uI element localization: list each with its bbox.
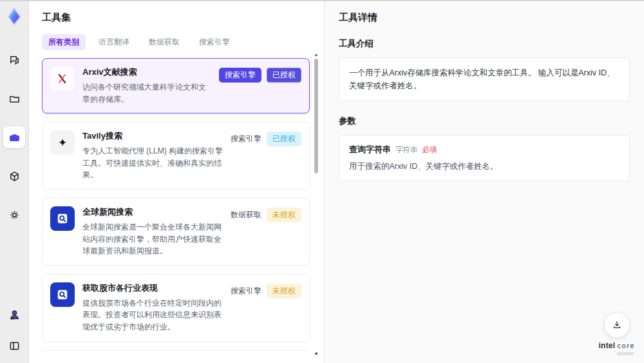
parameter-name: 查询字符串 bbox=[349, 144, 391, 155]
sidebar-item-tools[interactable] bbox=[3, 126, 25, 148]
sidebar-item-settings[interactable] bbox=[3, 204, 25, 226]
category-label: 搜索引擎 bbox=[231, 286, 261, 297]
tab-language-translation[interactable]: 语言翻译 bbox=[92, 34, 136, 50]
auth-status-badge: 已授权 bbox=[267, 68, 301, 83]
brand-core-text: core bbox=[618, 342, 635, 349]
auth-status-badge: 已授权 bbox=[267, 132, 301, 146]
gear-icon bbox=[8, 209, 21, 221]
tool-intro-box: 一个用于从Arxiv存储库搜索科学论文和文章的工具。 输入可以是Arxiv ID… bbox=[339, 57, 630, 101]
briefcase-icon bbox=[8, 132, 21, 144]
app-logo-icon[interactable] bbox=[4, 6, 24, 27]
corner-actions: intel core bbox=[599, 312, 635, 355]
user-avatar-button[interactable] bbox=[3, 304, 25, 326]
category-tabs: 所有类别 语言翻译 数据获取 搜索引擎 bbox=[42, 34, 324, 50]
parameter-type: 字符串 bbox=[395, 145, 418, 155]
tool-tags: 搜索引擎 已授权 bbox=[219, 66, 301, 83]
tab-all-categories[interactable]: 所有类别 bbox=[42, 34, 86, 50]
tool-title: Arxiv文献搜索 bbox=[82, 66, 211, 78]
user-icon bbox=[8, 309, 21, 321]
sidebar-nav bbox=[3, 49, 25, 226]
intro-section-label: 工具介绍 bbox=[339, 38, 630, 50]
collapse-sidebar-button[interactable] bbox=[3, 335, 25, 357]
sidebar-item-chat[interactable] bbox=[3, 49, 25, 71]
tab-search-engine[interactable]: 搜索引擎 bbox=[193, 34, 236, 50]
scrollbar-thumb[interactable] bbox=[314, 59, 318, 173]
brand-subline bbox=[617, 352, 634, 355]
icon-sidebar bbox=[0, 1, 29, 363]
page-title: 工具集 bbox=[42, 12, 324, 24]
tool-card-arxiv[interactable]: Arxiv文献搜索 访问各个研究领域大量科学论文和文章的存储库。 搜索引擎 已授… bbox=[42, 58, 310, 113]
auth-status-badge: 未授权 bbox=[267, 208, 301, 222]
brand-intel-text: intel bbox=[599, 341, 616, 350]
tool-list: Arxiv文献搜索 访问各个研究领域大量科学论文和文章的存储库。 搜索引擎 已授… bbox=[42, 58, 324, 352]
parameter-description: 用于搜索的Arxiv ID、关键字或作者姓名。 bbox=[349, 161, 620, 172]
tool-title: 获取股市各行业表现 bbox=[82, 282, 223, 294]
tool-card-text: Tavily搜索 专为人工智能代理 (LLM) 构建的搜索引擎工具。可快速提供实… bbox=[82, 130, 223, 181]
tool-card-text: 全球新闻搜索 全球新闻搜索是一个聚合全球各大新闻网站内容的搜索引擎，帮助用户快速… bbox=[82, 206, 223, 257]
blue-search-icon bbox=[50, 206, 75, 231]
tool-intro-text: 一个用于从Arxiv存储库搜索科学论文和文章的工具。 输入可以是Arxiv ID… bbox=[349, 66, 620, 92]
folder-icon bbox=[8, 93, 21, 105]
detail-title: 工具详情 bbox=[339, 12, 630, 24]
category-badge: 搜索引擎 bbox=[219, 68, 261, 83]
parameter-header: 查询字符串 字符串 必填 bbox=[349, 144, 620, 155]
tool-card-sector-performance[interactable]: 获取股市各行业表现 提供股票市场各个行业在特定时间段内的表现。投资者可以利用这些… bbox=[42, 274, 310, 342]
list-scrollbar[interactable]: ▲ ▼ bbox=[314, 53, 319, 356]
scroll-down-arrow[interactable]: ▼ bbox=[314, 352, 319, 356]
cube-icon bbox=[8, 170, 21, 182]
tool-tags: 搜索引擎 已授权 bbox=[231, 130, 301, 146]
tool-description: 访问各个研究领域大量科学论文和文章的存储库。 bbox=[82, 81, 211, 105]
auth-status-badge: 未授权 bbox=[267, 284, 301, 299]
parameter-required-flag: 必填 bbox=[422, 145, 437, 155]
parameter-box: 查询字符串 字符串 必填 用于搜索的Arxiv ID、关键字或作者姓名。 bbox=[339, 135, 630, 181]
tool-card-most-active-stocks[interactable]: 获取市场最活跃股票信息 提供当天交易量最高的股票列表，投资者可以利用这些信息来识… bbox=[42, 350, 310, 352]
arxiv-icon bbox=[50, 66, 75, 91]
category-label: 搜索引擎 bbox=[231, 133, 261, 144]
tool-card-tavily[interactable]: ✦ Tavily搜索 专为人工智能代理 (LLM) 构建的搜索引擎工具。可快速提… bbox=[42, 122, 310, 190]
tool-description: 专为人工智能代理 (LLM) 构建的搜索引擎工具。可快速提供实时、准确和真实的结… bbox=[82, 145, 223, 181]
tool-tags: 数据获取 未授权 bbox=[231, 206, 301, 222]
tool-description: 提供股票市场各个行业在特定时间段内的表现。投资者可以利用这些信息来识别表现优于或… bbox=[82, 297, 223, 333]
app-window: 工具集 所有类别 语言翻译 数据获取 搜索引擎 Arxiv文献搜索 访问各个研究… bbox=[0, 0, 644, 363]
chat-icon bbox=[8, 54, 21, 66]
download-icon bbox=[612, 320, 622, 330]
sidebar-item-models[interactable] bbox=[3, 165, 25, 187]
tool-detail-panel: 工具详情 工具介绍 一个用于从Arxiv存储库搜索科学论文和文章的工具。 输入可… bbox=[324, 1, 644, 363]
sidebar-bottom bbox=[3, 304, 25, 357]
scroll-up-arrow[interactable]: ▲ bbox=[314, 53, 319, 57]
tool-title: Tavily搜索 bbox=[82, 130, 223, 142]
panel-toggle-icon bbox=[8, 340, 21, 352]
intel-core-logo: intel core bbox=[599, 342, 635, 355]
blue-search-icon bbox=[50, 282, 75, 307]
tool-card-text: Arxiv文献搜索 访问各个研究领域大量科学论文和文章的存储库。 bbox=[82, 66, 211, 105]
tab-data-acquisition[interactable]: 数据获取 bbox=[142, 34, 186, 50]
download-button[interactable] bbox=[604, 312, 630, 338]
tool-card-global-news[interactable]: 全球新闻搜索 全球新闻搜索是一个聚合全球各大新闻网站内容的搜索引擎，帮助用户快速… bbox=[42, 198, 310, 266]
params-section-label: 参数 bbox=[339, 115, 630, 127]
tool-card-text: 获取股市各行业表现 提供股票市场各个行业在特定时间段内的表现。投资者可以利用这些… bbox=[82, 282, 223, 333]
four-point-star-icon: ✦ bbox=[50, 130, 75, 155]
tool-description: 全球新闻搜索是一个聚合全球各大新闻网站内容的搜索引擎，帮助用户快速获取全球最新资… bbox=[82, 221, 223, 257]
category-label: 数据获取 bbox=[231, 210, 261, 221]
tool-tags: 搜索引擎 未授权 bbox=[231, 282, 301, 299]
sidebar-item-files[interactable] bbox=[3, 88, 25, 110]
tool-list-panel: 工具集 所有类别 语言翻译 数据获取 搜索引擎 Arxiv文献搜索 访问各个研究… bbox=[29, 1, 324, 363]
tool-title: 全球新闻搜索 bbox=[82, 206, 223, 218]
